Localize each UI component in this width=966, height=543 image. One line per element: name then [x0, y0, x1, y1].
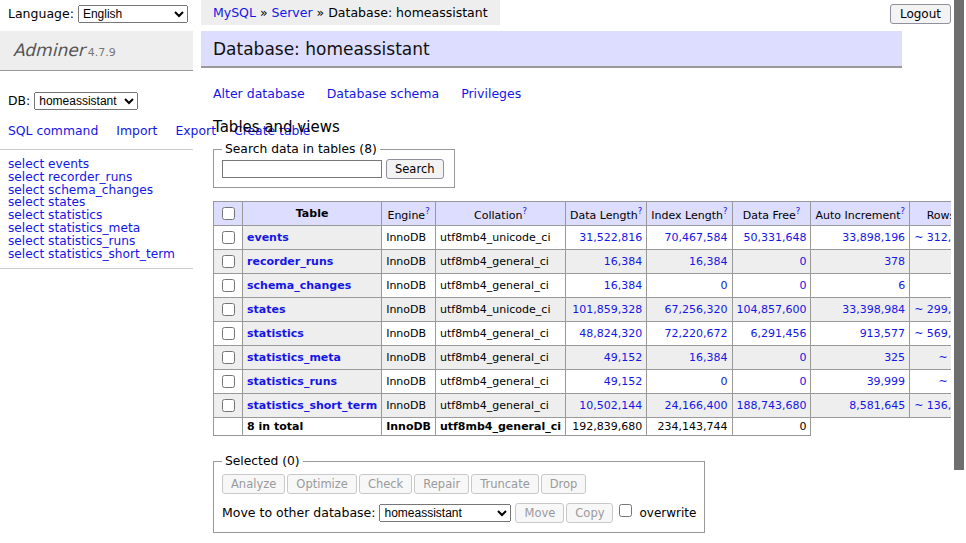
table-name-cell: statistics_short_term — [243, 394, 382, 418]
auto-increment-link[interactable]: 325 — [815, 351, 905, 364]
data-free-link[interactable]: 0 — [737, 279, 807, 292]
table-name-link[interactable]: statistics_meta — [247, 351, 341, 364]
data-free-link[interactable]: 6,291,456 — [737, 327, 807, 340]
search-fieldset: Search data in tables (8) Search — [213, 142, 455, 188]
language-select[interactable]: English — [78, 5, 188, 23]
auto-increment-link[interactable]: 913,577 — [815, 327, 905, 340]
row-checkbox[interactable] — [222, 255, 235, 268]
row-checkbox-cell — [214, 298, 243, 322]
table-name-link[interactable]: states — [247, 303, 286, 316]
index-length-link[interactable]: 67,256,320 — [651, 303, 727, 316]
row-checkbox[interactable] — [222, 303, 235, 316]
index-length-link[interactable]: 16,384 — [651, 351, 727, 364]
index-length-link[interactable]: 24,166,400 — [651, 399, 727, 412]
overwrite-checkbox[interactable] — [619, 504, 632, 517]
index-length-link[interactable]: 0 — [651, 279, 727, 292]
sidebar-action-link[interactable]: Export — [175, 123, 216, 138]
db-action-link[interactable]: Database schema — [327, 86, 439, 101]
sidebar-action-link[interactable]: SQL command — [8, 123, 98, 138]
auto-increment-link[interactable]: 378 — [815, 255, 905, 268]
drop-button[interactable]: Drop — [541, 474, 587, 494]
index-length-link[interactable]: 0 — [651, 375, 727, 388]
table-name-link[interactable]: recorder_runs — [247, 255, 333, 268]
truncate-button[interactable]: Truncate — [471, 474, 539, 494]
data-length-link[interactable]: 101,859,328 — [570, 303, 642, 316]
column-header: Data Length? — [566, 202, 647, 226]
auto-increment-link[interactable]: 39,999 — [815, 375, 905, 388]
search-input[interactable] — [222, 160, 382, 178]
check-button[interactable]: Check — [359, 474, 412, 494]
engine-cell: InnoDB — [382, 298, 436, 322]
optimize-button[interactable]: Optimize — [287, 474, 357, 494]
breadcrumb-link[interactable]: MySQL — [213, 5, 256, 20]
selected-buttons-row: AnalyzeOptimizeCheckRepairTruncateDrop — [222, 474, 696, 494]
table-name-link[interactable]: schema_changes — [247, 279, 351, 292]
repair-button[interactable]: Repair — [414, 474, 469, 494]
db-action-link[interactable]: Alter database — [213, 86, 305, 101]
help-link[interactable]: ? — [522, 206, 527, 216]
data-free-link[interactable]: 50,331,648 — [737, 231, 807, 244]
index-length-link[interactable]: 72,220,672 — [651, 327, 727, 340]
data-free-link[interactable]: 0 — [737, 375, 807, 388]
data-length-link[interactable]: 16,384 — [570, 279, 642, 292]
help-link[interactable]: ? — [425, 206, 430, 216]
data-length-link[interactable]: 16,384 — [570, 255, 642, 268]
data-length-link[interactable]: 49,152 — [570, 351, 642, 364]
data-length-cell: 31,522,816 — [566, 226, 647, 250]
db-action-links: Alter databaseDatabase schemaPrivileges — [213, 86, 913, 101]
help-link[interactable]: ? — [723, 206, 728, 216]
auto-increment-link[interactable]: 33,398,984 — [815, 303, 905, 316]
row-checkbox[interactable] — [222, 399, 235, 412]
help-link[interactable]: ? — [901, 206, 906, 216]
analyze-button[interactable]: Analyze — [222, 474, 285, 494]
auto-increment-link[interactable]: 6 — [815, 279, 905, 292]
index-length-link[interactable]: 70,467,584 — [651, 231, 727, 244]
sidebar-action-link[interactable]: Import — [116, 123, 157, 138]
table-row: statistics_short_termInnoDButf8mb4_gener… — [214, 394, 966, 418]
select-all-checkbox[interactable] — [222, 207, 235, 220]
help-link[interactable]: ? — [638, 206, 643, 216]
table-name-link[interactable]: statistics_short_term — [247, 399, 377, 412]
row-checkbox[interactable] — [222, 231, 235, 244]
help-link[interactable]: ? — [796, 206, 801, 216]
data-free-link[interactable]: 104,857,600 — [737, 303, 807, 316]
collation-cell: utf8mb4_general_ci — [435, 274, 565, 298]
table-name-link[interactable]: statistics_runs — [247, 375, 337, 388]
data-length-link[interactable]: 48,824,320 — [570, 327, 642, 340]
data-length-link[interactable]: 49,152 — [570, 375, 642, 388]
table-name-link[interactable]: statistics — [247, 327, 304, 340]
row-checkbox[interactable] — [222, 351, 235, 364]
sidebar-table-link[interactable]: select statistics_short_term — [8, 247, 175, 261]
search-button[interactable]: Search — [386, 159, 444, 179]
db-label: DB: — [8, 93, 30, 108]
copy-button[interactable]: Copy — [566, 503, 613, 523]
table-name-link[interactable]: events — [247, 231, 289, 244]
data-length-link[interactable]: 31,522,816 — [570, 231, 642, 244]
row-checkbox[interactable] — [222, 327, 235, 340]
auto-increment-link[interactable]: 8,581,645 — [815, 399, 905, 412]
logout-button[interactable]: Logout — [890, 4, 951, 24]
total-data-length-cell: 192,839,680 — [566, 418, 647, 436]
column-header: Collation? — [435, 202, 565, 226]
move-button[interactable]: Move — [515, 503, 564, 523]
collation-cell: utf8mb4_general_ci — [435, 370, 565, 394]
row-checkbox[interactable] — [222, 279, 235, 292]
auto-increment-link[interactable]: 33,898,196 — [815, 231, 905, 244]
row-checkbox[interactable] — [222, 375, 235, 388]
db-action-link[interactable]: Privileges — [461, 86, 521, 101]
breadcrumb-separator: » — [260, 5, 268, 20]
auto-increment-cell: 6 — [811, 274, 910, 298]
breadcrumb-link[interactable]: Server — [272, 5, 313, 20]
vertical-scrollbar-track[interactable] — [951, 0, 966, 543]
overwrite-label: overwrite — [639, 506, 696, 520]
data-length-cell: 49,152 — [566, 370, 647, 394]
data-length-link[interactable]: 10,502,144 — [570, 399, 642, 412]
index-length-link[interactable]: 16,384 — [651, 255, 727, 268]
data-free-link[interactable]: 0 — [737, 351, 807, 364]
db-select[interactable]: homeassistant — [34, 92, 138, 110]
data-free-link[interactable]: 188,743,680 — [737, 399, 807, 412]
column-header: Data Free? — [732, 202, 811, 226]
vertical-scrollbar-thumb[interactable] — [954, 0, 964, 470]
move-db-select[interactable]: homeassistant — [379, 504, 511, 522]
data-free-link[interactable]: 0 — [737, 255, 807, 268]
